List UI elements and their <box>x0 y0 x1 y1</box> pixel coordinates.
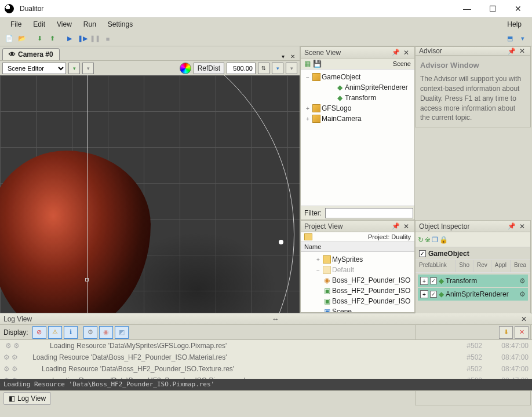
editor-settings-icon[interactable]: ▾ <box>286 63 297 74</box>
close-button[interactable]: ✕ <box>505 0 531 17</box>
editor-tab-menu-icon[interactable]: ▾ <box>279 53 287 60</box>
inspector-object-row[interactable]: ✓ GameObject <box>416 247 530 260</box>
editor-tab-close-icon[interactable]: ✕ <box>288 53 297 60</box>
folder-icon <box>323 266 331 274</box>
inspector-tool-refresh-icon[interactable]: ↻ <box>418 236 424 244</box>
log-row[interactable]: ⚙ ⚙ Loading Resource 'Data\Boss_HF2_Poun… <box>0 352 532 363</box>
menu-run[interactable]: Run <box>78 18 102 31</box>
project-node-default[interactable]: − Default <box>302 265 413 275</box>
inspector-tool-pin-icon[interactable]: 🔒 <box>439 236 448 244</box>
toolbar-step-icon[interactable]: ❚▶ <box>76 33 88 45</box>
viewport-arc-handle[interactable] <box>279 240 283 244</box>
close-icon[interactable]: ✕ <box>518 222 527 231</box>
project-node-resource[interactable]: ▣ Boss_HF2_Pounder_ISO <box>302 286 413 296</box>
viewport-center-handle[interactable] <box>85 278 89 281</box>
toolbar-stop-icon[interactable]: ■ <box>102 33 114 45</box>
prefab-break-button[interactable]: Brea <box>511 260 530 272</box>
toolbar-open-icon[interactable]: 📂 <box>16 33 28 45</box>
prefab-revert-button[interactable]: Rev <box>473 260 491 272</box>
editor-color-icon[interactable] <box>180 63 191 74</box>
log-view-tab[interactable]: ◧ Log View <box>3 392 51 405</box>
refdist-input[interactable] <box>227 63 256 74</box>
toolbar-import-icon[interactable]: ⬇ <box>34 33 45 45</box>
window-dock-icon[interactable]: ↔ <box>271 315 281 323</box>
refdist-spinner-icon[interactable]: ⇅ <box>258 63 269 74</box>
log-body[interactable]: ⚙ ⚙ Loading Resource 'Data\MySprites\GFS… <box>0 340 532 379</box>
log-filter-engine-icon[interactable]: ⚙ <box>83 326 97 339</box>
log-clear-icon[interactable]: ✕ <box>515 326 529 339</box>
expand-icon[interactable]: + <box>304 105 311 112</box>
menu-edit[interactable]: Edit <box>27 18 51 31</box>
component-transform-header[interactable]: + ✓ ◆ Transform ⚙ <box>418 275 528 287</box>
component-enabled-checkbox[interactable]: ✓ <box>430 277 437 284</box>
scene-tool-save-icon[interactable]: 💾 <box>313 60 322 68</box>
log-filter-editor-icon[interactable]: ◩ <box>115 326 129 339</box>
editor-layers-icon[interactable]: ▾ <box>272 63 283 74</box>
project-node-scene[interactable]: ▣ Scene <box>302 306 413 312</box>
toolbar-pause-icon[interactable]: ❚❚ <box>89 33 101 45</box>
inspector-tool-lock-icon[interactable]: ※ <box>425 236 431 244</box>
object-enabled-checkbox[interactable]: ✓ <box>419 250 426 257</box>
component-label: AnimSpriteRenderer <box>446 290 509 298</box>
pin-icon[interactable]: 📌 <box>506 222 518 230</box>
tree-node-gameobject[interactable]: − GameObject <box>302 72 413 82</box>
project-node-label: Default <box>332 266 354 274</box>
viewport[interactable] <box>0 75 300 313</box>
project-folder-icon[interactable] <box>304 233 312 240</box>
toolbar-export-icon[interactable]: ⬆ <box>46 33 58 45</box>
pin-icon[interactable]: 📌 <box>390 49 402 56</box>
toolbar-right-b-icon[interactable]: ▾ <box>517 33 529 45</box>
menu-file[interactable]: File <box>5 18 27 31</box>
expand-icon[interactable]: − <box>304 74 311 81</box>
maximize-button[interactable]: ☐ <box>480 0 505 17</box>
log-filter-game-icon[interactable]: ◉ <box>99 326 113 339</box>
close-icon[interactable]: ✕ <box>402 222 411 231</box>
prefab-show-button[interactable]: Sho <box>456 260 473 272</box>
toolbar-new-icon[interactable]: 📄 <box>3 33 15 45</box>
gear-icon[interactable]: ⚙ <box>519 277 526 285</box>
close-icon[interactable]: ✕ <box>519 315 529 323</box>
scene-view-panel: Scene View 📌 ✕ ▦ 💾 Scene − GameObject ◆ … <box>300 46 415 220</box>
project-node-resource[interactable]: ▣ Boss_HF2_Pounder_ISO <box>302 296 413 306</box>
log-autoscroll-icon[interactable]: ⬇ <box>499 326 513 339</box>
scene-tool-new-icon[interactable]: ▦ <box>304 60 311 68</box>
gear-icon[interactable]: ⚙ <box>519 290 526 298</box>
pin-icon[interactable]: 📌 <box>506 47 518 55</box>
editor-shape-icon[interactable]: ▾ <box>82 63 94 74</box>
log-filter-info-icon[interactable]: ℹ <box>64 326 78 339</box>
menu-settings[interactable]: Settings <box>102 18 139 31</box>
log-filter-error-icon[interactable]: ⊘ <box>32 326 46 339</box>
close-icon[interactable]: ✕ <box>402 49 411 57</box>
project-column-header[interactable]: Name <box>301 242 414 252</box>
tree-node-animspriterenderer[interactable]: ◆ AnimSpriteRenderer <box>302 82 413 93</box>
expand-icon[interactable]: + <box>420 290 428 298</box>
close-icon[interactable]: ✕ <box>518 47 527 55</box>
tree-node-gfslogo[interactable]: + GFSLogo <box>302 103 413 114</box>
menu-help[interactable]: Help <box>501 18 527 31</box>
editor-folder-icon[interactable]: ▾ <box>68 63 80 74</box>
toolbar-right-a-icon[interactable]: ⬒ <box>504 33 516 45</box>
menu-view[interactable]: View <box>51 18 78 31</box>
tree-node-transform[interactable]: ◆ Transform <box>302 93 413 103</box>
minimize-button[interactable]: — <box>454 0 480 17</box>
toolbar-play-icon[interactable]: ▶ <box>64 33 75 45</box>
expand-icon[interactable]: − <box>315 267 322 273</box>
editor-tab-camera[interactable]: 👁 Camera #0 <box>2 48 60 60</box>
editor-mode-select[interactable]: Scene Editor <box>2 63 66 74</box>
project-node-mysprites[interactable]: + MySprites <box>302 254 413 265</box>
expand-icon[interactable]: + <box>304 116 311 122</box>
prefab-apply-button[interactable]: Appl <box>491 260 511 272</box>
log-row[interactable]: ⚙ ⚙ Loading Resource 'Data\MySprites\GFS… <box>0 340 532 352</box>
inspector-tool-copy-icon[interactable]: ❐ <box>432 236 438 244</box>
expand-icon[interactable]: + <box>315 257 322 263</box>
tree-node-maincamera[interactable]: + MainCamera <box>302 114 413 124</box>
log-row[interactable]: ⚙ ⚙ Loading Resource 'Data\Boss_HF2_Poun… <box>0 375 532 379</box>
component-animsprite-header[interactable]: + ✓ ◆ AnimSpriteRenderer ⚙ <box>418 288 528 301</box>
component-enabled-checkbox[interactable]: ✓ <box>430 291 437 298</box>
expand-icon[interactable]: + <box>420 277 428 285</box>
log-row[interactable]: ⚙ ⚙ Loading Resource 'Data\Boss_HF2_Poun… <box>0 363 532 375</box>
pin-icon[interactable]: 📌 <box>390 222 402 230</box>
project-node-resource[interactable]: ◉ Boss_HF2_Pounder_ISO <box>302 275 413 286</box>
log-filter-warn-icon[interactable]: ⚠ <box>48 326 62 339</box>
scene-filter-input[interactable] <box>325 208 413 218</box>
